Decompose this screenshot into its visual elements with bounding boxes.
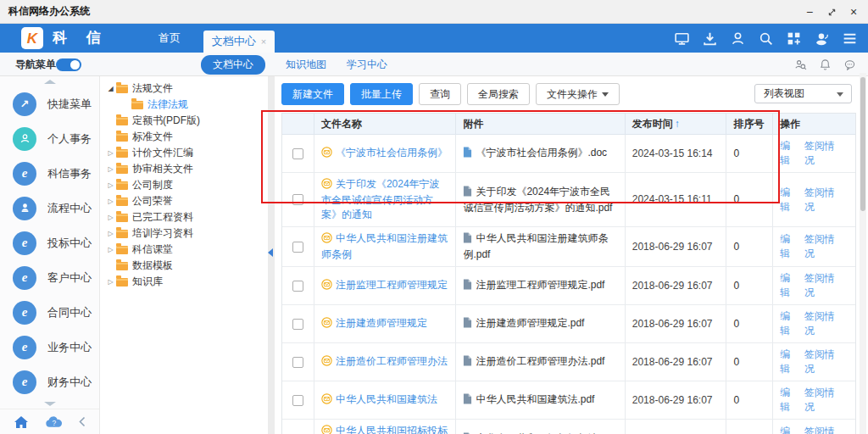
bell-icon[interactable] (819, 58, 832, 71)
user-icon[interactable] (730, 31, 746, 47)
tree-item[interactable]: 定额书(PDF版) (100, 113, 268, 129)
expand-arrow-icon[interactable]: ▷ (105, 247, 116, 253)
sort-asc-icon[interactable]: ↑ (675, 117, 680, 131)
sidebar-item-contract-center[interactable]: e合同中心 (0, 295, 99, 330)
review-status-link[interactable]: 签阅情况 (804, 425, 844, 434)
collapse-arrow-icon[interactable]: ◢ (105, 86, 116, 92)
document-link[interactable]: 关于印发《2024年宁波市全民诚信宣传周活动方案》的通知 (321, 178, 440, 220)
tree-item[interactable]: ▷培训学习资料 (100, 225, 268, 242)
edit-link[interactable]: 编辑 (780, 186, 800, 214)
expand-arrow-icon[interactable]: ▷ (105, 150, 116, 157)
sidebar-item-kexin-affairs[interactable]: e科信事务 (0, 156, 99, 191)
edit-link[interactable]: 编辑 (780, 386, 800, 415)
tree-item[interactable]: ◢法规文件 (100, 81, 268, 97)
tree-item[interactable]: 法律法规 (100, 97, 268, 113)
tab-home[interactable]: 首页 (142, 24, 197, 53)
sidebar-item-business-center[interactable]: e业务中心 (0, 330, 99, 364)
attachment-link[interactable]: 注册监理工程师管理规定.pdf (476, 279, 604, 291)
edit-link[interactable]: 编辑 (780, 348, 800, 376)
sidebar-item-quick-menu[interactable]: ↗快捷菜单 (0, 86, 99, 121)
attachment-link[interactable]: 关于印发《2024年宁波市全民诚信宣传周活动方案》的通知.pdf (463, 186, 612, 214)
tab-close-icon[interactable]: × (261, 36, 266, 47)
minimize-button[interactable]: − (798, 0, 821, 24)
cloud-help-icon[interactable]: ? (45, 415, 63, 428)
document-link[interactable]: 注册造价工程师管理办法 (336, 355, 448, 367)
new-file-button[interactable]: 新建文件 (281, 83, 344, 105)
attachment-link[interactable]: 中华人民共和国建筑法.pdf (476, 393, 594, 405)
apps-icon[interactable] (786, 31, 802, 47)
folder-ops-button[interactable]: 文件夹操作 (536, 83, 620, 105)
edit-link[interactable]: 编辑 (780, 139, 800, 168)
attachment-link[interactable]: 注册建造师管理规定.pdf (476, 317, 584, 329)
tab-document-center[interactable]: 文档中心 × (203, 31, 275, 53)
document-link[interactable]: 中华人民共和国建筑法 (336, 393, 437, 405)
tree-item[interactable]: 数据模板 (100, 258, 268, 274)
attachment-link[interactable]: 注册造价工程师管理办法.pdf (476, 355, 604, 367)
document-link[interactable]: 《宁波市社会信用条例》 (336, 147, 448, 159)
tree-item[interactable]: ▷知识库 (100, 274, 268, 290)
row-checkbox[interactable] (292, 319, 303, 330)
review-status-link[interactable]: 签阅情况 (804, 186, 844, 214)
tree-item[interactable]: ▷计价文件汇编 (100, 145, 268, 161)
resize-button[interactable] (821, 0, 843, 24)
close-button[interactable]: × (843, 0, 865, 24)
expand-arrow-icon[interactable]: ▷ (105, 198, 116, 205)
sidebar-item-personal-affairs[interactable]: 个人事务 (0, 121, 99, 156)
download-icon[interactable] (702, 31, 718, 47)
search-icon[interactable] (758, 31, 774, 47)
tree-item[interactable]: ▷已完工程资料 (100, 209, 268, 225)
view-select[interactable]: 列表视图 (754, 84, 852, 103)
monitor-icon[interactable] (674, 31, 690, 47)
collapse-panel-icon[interactable] (268, 248, 273, 257)
review-status-link[interactable]: 签阅情况 (804, 271, 844, 300)
tree-item[interactable]: 标准文件 (100, 129, 268, 145)
document-link[interactable]: 注册建造师管理规定 (336, 317, 427, 329)
edit-link[interactable]: 编辑 (780, 232, 800, 261)
scrollbar-thumb[interactable] (860, 77, 865, 211)
review-status-link[interactable]: 签阅情况 (804, 139, 844, 168)
attachment-link[interactable]: 《宁波市社会信用条例》.doc (476, 147, 607, 159)
attachment-link[interactable]: 中华人民共和国注册建筑师条例.pdf (463, 232, 608, 260)
sidebar-item-customer-center[interactable]: e客户中心 (0, 260, 99, 295)
row-checkbox[interactable] (292, 281, 303, 292)
row-checkbox[interactable] (292, 357, 303, 368)
subtab-document-center[interactable]: 文档中心 (201, 55, 265, 75)
review-status-link[interactable]: 签阅情况 (804, 309, 844, 338)
column-header[interactable]: 发布时间↑ (626, 114, 727, 134)
sidebar-item-bid-center[interactable]: e投标中心 (0, 225, 99, 260)
sidebar-scroll-down[interactable] (0, 398, 99, 409)
subtab-learning-center[interactable]: 学习中心 (347, 58, 387, 72)
sidebar-scroll-up[interactable] (0, 76, 99, 86)
sidebar-item-finance-center[interactable]: e财务中心 (0, 364, 99, 398)
menu-icon[interactable] (842, 31, 858, 47)
tree-item[interactable]: ▷科信课堂 (100, 242, 268, 258)
expand-arrow-icon[interactable]: ▷ (105, 279, 116, 286)
row-checkbox[interactable] (292, 242, 303, 253)
subtab-knowledge-map[interactable]: 知识地图 (286, 58, 326, 72)
edit-link[interactable]: 编辑 (780, 309, 800, 338)
collapse-chevron-icon[interactable] (79, 416, 86, 427)
expand-arrow-icon[interactable]: ▷ (105, 166, 116, 173)
edit-link[interactable]: 编辑 (780, 425, 800, 434)
review-status-link[interactable]: 签阅情况 (804, 232, 844, 261)
global-search-button[interactable]: 全局搜索 (467, 83, 530, 105)
tree-item[interactable]: ▷公司荣誉 (100, 193, 268, 209)
user-search-icon[interactable] (794, 58, 807, 71)
panel-divider[interactable] (268, 76, 275, 434)
tree-item[interactable]: ▷公司制度 (100, 177, 268, 193)
review-status-link[interactable]: 签阅情况 (804, 386, 844, 415)
contact-icon[interactable] (814, 31, 830, 47)
row-checkbox[interactable] (292, 148, 303, 159)
nav-menu-toggle[interactable] (56, 58, 81, 71)
review-status-link[interactable]: 签阅情况 (804, 348, 844, 376)
expand-arrow-icon[interactable]: ▷ (105, 182, 116, 189)
tree-item[interactable]: ▷协审相关文件 (100, 161, 268, 177)
query-button[interactable]: 查询 (419, 83, 461, 105)
expand-arrow-icon[interactable]: ▷ (105, 231, 116, 237)
row-checkbox[interactable] (292, 194, 303, 205)
document-link[interactable]: 中华人民共和国注册建筑师条例 (321, 232, 448, 260)
batch-upload-button[interactable]: 批量上传 (350, 83, 413, 105)
chat-icon[interactable] (843, 58, 856, 71)
expand-arrow-icon[interactable]: ▷ (105, 214, 116, 221)
edit-link[interactable]: 编辑 (780, 271, 800, 300)
